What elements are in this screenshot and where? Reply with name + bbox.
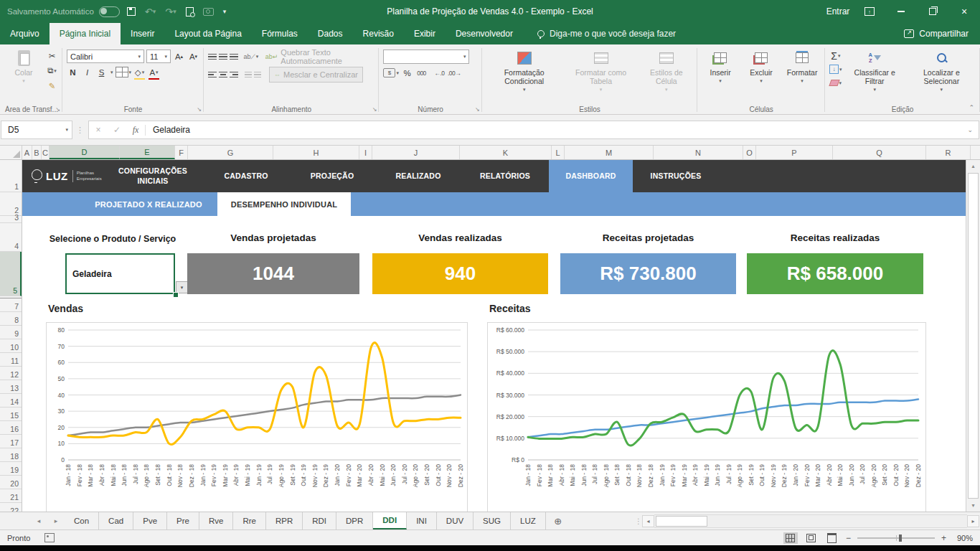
underline-button[interactable]: S xyxy=(95,66,108,78)
page-layout-view-icon[interactable] xyxy=(804,532,819,544)
horizontal-scroll-thumb[interactable] xyxy=(656,516,707,527)
ribbon-tab-revisão[interactable]: Revisão xyxy=(353,23,404,44)
decrease-decimal-icon[interactable]: .00→ xyxy=(448,67,461,79)
sheet-tab-rdi[interactable]: RDI xyxy=(303,512,336,529)
vertical-scroll-thumb[interactable] xyxy=(968,173,979,499)
dashboard-nav-cadastro[interactable]: CADASTRO xyxy=(203,160,289,192)
selection-fill-handle[interactable] xyxy=(173,292,179,298)
merge-center-button[interactable]: ⇔ Mesclar e Centralizar xyxy=(269,67,363,83)
align-right-icon[interactable] xyxy=(230,72,238,78)
sheet-tab-luz[interactable]: LUZ xyxy=(511,512,546,529)
alignment-dialog-launcher[interactable]: ↘ xyxy=(372,106,377,113)
subtab-desempenho-individual[interactable]: DESEMPENHO INDIVIDUAL xyxy=(217,192,351,216)
scroll-down-icon[interactable]: ▾ xyxy=(966,499,980,512)
new-sheet-icon[interactable]: ⊕ xyxy=(546,512,570,529)
sheet-tab-cad[interactable]: Cad xyxy=(99,512,133,529)
increase-font-icon[interactable]: A▴ xyxy=(173,50,185,62)
paste-button[interactable]: Colar▾ xyxy=(5,47,42,84)
row-header-17[interactable]: 17 xyxy=(0,435,22,448)
align-bottom-icon[interactable] xyxy=(230,54,238,60)
row-header-10[interactable]: 10 xyxy=(0,339,22,353)
page-break-view-icon[interactable] xyxy=(825,532,839,544)
column-header-N[interactable]: N xyxy=(654,146,743,159)
row-header-16[interactable]: 16 xyxy=(0,421,22,435)
name-box[interactable]: D5 ▾ xyxy=(1,121,72,139)
orientation-icon[interactable]: ab⟋▾ xyxy=(245,51,258,63)
zoom-out-icon[interactable]: − xyxy=(846,533,851,543)
align-top-icon[interactable] xyxy=(208,54,217,60)
row-header-9[interactable]: 9 xyxy=(0,326,22,339)
dashboard-nav-relatórios[interactable]: RELATÓRIOS xyxy=(461,160,549,192)
scroll-right-icon[interactable]: ▸ xyxy=(967,515,979,527)
share-button[interactable]: ↗ Compartilhar xyxy=(904,23,980,44)
dashboard-nav-projeção[interactable]: PROJEÇÃO xyxy=(289,160,375,192)
cut-icon[interactable]: ✂ xyxy=(46,50,58,62)
ribbon-tab-inserir[interactable]: Inserir xyxy=(121,23,164,44)
formula-input[interactable]: × ✓ fx Geladeira ⌄ xyxy=(88,121,979,139)
cell-styles-button[interactable]: Estilos de Célula▾ xyxy=(640,47,694,93)
scroll-left-icon[interactable]: ◂ xyxy=(642,515,654,527)
sort-filter-button[interactable]: AZ Classificar e Filtrar▾ xyxy=(846,47,904,93)
column-header-M[interactable]: M xyxy=(565,146,654,159)
sheet-tab-rpr[interactable]: RPR xyxy=(266,512,303,529)
row-header-8[interactable]: 8 xyxy=(0,312,22,326)
scroll-up-icon[interactable]: ▴ xyxy=(966,160,980,172)
vertical-scrollbar[interactable]: ▴ ▾ xyxy=(966,160,980,512)
sheet-tab-pve[interactable]: Pve xyxy=(133,512,167,529)
row-header-19[interactable]: 19 xyxy=(0,462,22,476)
increase-indent-icon[interactable] xyxy=(254,72,261,78)
camera-icon[interactable] xyxy=(203,8,214,16)
undo-icon[interactable]: ↶▾ xyxy=(145,7,156,17)
wrap-text-button[interactable]: ab↵ Quebrar Texto Automaticamente xyxy=(265,50,375,64)
column-header-F[interactable]: F xyxy=(175,146,188,159)
sheet-tab-pre[interactable]: Pre xyxy=(167,512,199,529)
italic-button[interactable]: I xyxy=(81,66,93,78)
close-button[interactable]: × xyxy=(948,0,980,23)
dashboard-nav-configurações-iniciais[interactable]: CONFIGURAÇÕES INICIAIS xyxy=(103,160,203,192)
row-header-3[interactable]: 3 xyxy=(0,216,22,223)
sheet-tab-rre[interactable]: Rre xyxy=(233,512,266,529)
zoom-slider-thumb[interactable] xyxy=(899,534,902,542)
fill-color-icon[interactable]: ◇▾ xyxy=(133,66,146,78)
sheet-tab-con[interactable]: Con xyxy=(65,512,99,529)
find-select-button[interactable]: Localizar e Selecionar▾ xyxy=(908,47,976,93)
row-header-18[interactable]: 18 xyxy=(0,448,22,462)
ribbon-tab-dados[interactable]: Dados xyxy=(308,23,353,44)
sheet-tab-duv[interactable]: DUV xyxy=(437,512,473,529)
sheet-tab-ddi[interactable]: DDI xyxy=(373,512,407,529)
row-header-12[interactable]: 12 xyxy=(0,367,22,380)
number-dialog-launcher[interactable]: ↘ xyxy=(475,106,480,113)
row-header-14[interactable]: 14 xyxy=(0,394,22,408)
increase-decimal-icon[interactable]: ←.0 xyxy=(433,67,446,79)
prev-sheet-icon[interactable]: ◂ xyxy=(30,512,47,529)
column-header-L[interactable]: L xyxy=(552,146,565,159)
tell-me-box[interactable]: Diga-me o que você deseja fazer xyxy=(537,23,676,44)
product-selector-cell[interactable]: Geladeira xyxy=(65,253,175,294)
row-header-7[interactable]: 7 xyxy=(0,298,22,312)
row-header-5[interactable]: 5 xyxy=(0,252,22,296)
percent-style-button[interactable]: % xyxy=(401,67,413,79)
tab-split-handle[interactable]: ⋮ xyxy=(635,512,642,529)
format-cells-button[interactable]: Formatar▾ xyxy=(783,47,821,84)
ribbon-tab-layout-da-página[interactable]: Layout da Página xyxy=(164,23,251,44)
minimize-button[interactable] xyxy=(885,0,917,23)
ribbon-tab-página-inicial[interactable]: Página Inicial xyxy=(50,23,121,44)
column-header-E[interactable]: E xyxy=(120,146,175,159)
dashboard-nav-dashboard[interactable]: DASHBOARD xyxy=(549,160,633,192)
row-header-1[interactable]: 1 xyxy=(0,160,22,192)
font-size-select[interactable]: 11▾ xyxy=(146,50,171,63)
comma-style-button[interactable]: 000 xyxy=(415,67,428,79)
sheet-tab-sug[interactable]: SUG xyxy=(473,512,511,529)
column-header-K[interactable]: K xyxy=(460,146,552,159)
column-header-R[interactable]: R xyxy=(926,146,971,159)
ribbon-tab-fórmulas[interactable]: Fórmulas xyxy=(252,23,308,44)
sheet-tab-ini[interactable]: INI xyxy=(407,512,437,529)
row-header-13[interactable]: 13 xyxy=(0,380,22,394)
column-header-Q[interactable]: Q xyxy=(833,146,926,159)
cancel-icon[interactable]: × xyxy=(89,125,108,135)
zoom-in-icon[interactable]: + xyxy=(941,533,946,543)
column-header-O[interactable]: O xyxy=(743,146,756,159)
column-header-H[interactable]: H xyxy=(273,146,359,159)
restore-button[interactable] xyxy=(917,0,948,23)
print-preview-icon[interactable] xyxy=(186,7,194,17)
